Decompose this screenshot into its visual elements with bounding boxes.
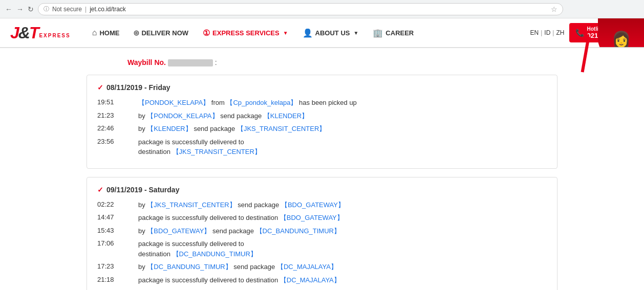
waybill-label: Waybill No. (127, 58, 166, 66)
not-secure-label: Not secure (52, 6, 82, 13)
event-time: 14:47 (97, 213, 138, 221)
back-button[interactable]: ← (5, 5, 12, 13)
arrow-indicator (583, 34, 593, 73)
logo-text: J&T (10, 24, 38, 42)
tracking-row: 23:56package is successfully delivered t… (97, 137, 547, 157)
location-link[interactable]: 【JKS_TRANSIT_CENTER】 (237, 125, 326, 132)
event-time: 17:23 (97, 262, 138, 270)
event-description: by 【KLENDER】 send package 【JKS_TRANSIT_C… (138, 124, 547, 134)
tracking-row: 17:23by 【DC_BANDUNG_TIMUR】 send package … (97, 262, 547, 272)
location-link[interactable]: 【KLENDER】 (147, 125, 191, 132)
address-bar[interactable]: ⓘ Not secure | jet.co.id/track ☆ (38, 3, 563, 15)
event-time: 22:46 (97, 124, 138, 132)
bookmark-icon[interactable]: ☆ (551, 5, 557, 13)
event-time: 15:43 (97, 226, 138, 234)
location-link[interactable]: 【DC_MAJALAYA】 (280, 276, 340, 284)
tracking-row: 02:22by 【JKS_TRANSIT_CENTER】 send packag… (97, 200, 547, 210)
about-chevron: ▼ (353, 30, 358, 36)
nav-deliver[interactable]: ◎ DELIVER NOW (127, 25, 195, 41)
tracking-row: 21:18package is successfully delivered t… (97, 275, 547, 285)
location-link[interactable]: 【JKS_TRANSIT_CENTER】 (147, 201, 235, 209)
main-content: Waybill No. XXXXXXXXXX : ✓ 08/11/2019 - … (66, 48, 578, 290)
chevron-down-icon: ✓ (97, 83, 103, 92)
location-link[interactable]: 【DC_BANDUNG_TIMUR】 (256, 227, 340, 235)
tracking-row: 14:47package is successfully delivered t… (97, 213, 547, 223)
nav-items: ⌂ HOME ◎ DELIVER NOW ① EXPRESS SERVICES … (86, 24, 530, 42)
location-link[interactable]: 【KLENDER】 (264, 112, 308, 120)
tracking-section: ✓ 08/11/2019 - Friday19:51【PONDOK_KELAPA… (87, 75, 557, 169)
security-icon: ⓘ (44, 5, 49, 13)
location-link[interactable]: 【BDO_GATEWAY】 (147, 227, 210, 235)
event-time: 21:23 (97, 111, 138, 119)
logo[interactable]: J&T EXPRESS (10, 24, 71, 42)
url-text: jet.co.id/track (90, 6, 126, 13)
tracking-container: ✓ 08/11/2019 - Friday19:51【PONDOK_KELAPA… (87, 75, 557, 290)
express-text: EXPRESS (39, 33, 70, 38)
location-link[interactable]: 【Cp_pondok_kelapa】 (226, 99, 297, 106)
tracking-row: 19:51【PONDOK_KELAPA】 from 【Cp_pondok_kel… (97, 98, 547, 108)
location-link[interactable]: 【DC_BANDUNG_TIMUR】 (173, 250, 257, 258)
location-link[interactable]: 【BDO_GATEWAY】 (280, 214, 344, 221)
lang-id[interactable]: ID (544, 29, 550, 36)
location-link[interactable]: 【DC_BANDUNG_TIMUR】 (147, 263, 231, 271)
event-description: package is successfully delivered to des… (138, 213, 547, 223)
about-icon: 👤 (303, 28, 313, 38)
lady-icon: 👩 (612, 30, 631, 48)
event-description: package is successfully delivered todest… (138, 137, 547, 157)
event-time: 21:18 (97, 275, 138, 283)
event-description: package is successfully delivered to des… (138, 275, 547, 285)
refresh-button[interactable]: ↻ (28, 5, 34, 13)
nav-about[interactable]: 👤 ABOUT US ▼ (296, 24, 365, 42)
event-time: 02:22 (97, 200, 138, 208)
event-description: by 【PONDOK_KELAPA】 send package 【KLENDER… (138, 111, 547, 121)
event-description: by 【JKS_TRANSIT_CENTER】 send package 【BD… (138, 200, 547, 210)
deliver-icon: ◎ (134, 29, 139, 36)
section-date: ✓ 08/11/2019 - Friday (97, 83, 547, 92)
tracking-row: 15:43by 【BDO_GATEWAY】 send package 【DC_B… (97, 226, 547, 236)
tracking-row: 22:46by 【KLENDER】 send package 【JKS_TRAN… (97, 124, 547, 134)
event-description: package is successfully delivered todest… (138, 239, 547, 259)
section-date: ✓ 09/11/2019 - Saturday (97, 186, 547, 194)
lang-en[interactable]: EN (530, 29, 539, 36)
language-bar: EN | ID | ZH (530, 29, 565, 36)
chevron-down-icon: ✓ (97, 186, 103, 194)
location-link[interactable]: 【JKS_TRANSIT_CENTER】 (173, 148, 261, 155)
nav-home[interactable]: ⌂ HOME (86, 24, 126, 41)
browser-chrome: ← → ↻ ⓘ Not secure | jet.co.id/track ☆ (0, 0, 644, 18)
tracking-row: 21:23by 【PONDOK_KELAPA】 send package 【KL… (97, 111, 547, 121)
tracking-row: 17:06package is successfully delivered t… (97, 239, 547, 259)
nav-career[interactable]: 🏢 CAREER (367, 24, 420, 42)
waybill-number: XXXXXXXXXX (168, 59, 213, 66)
forward-button[interactable]: → (16, 5, 24, 13)
event-time: 23:56 (97, 137, 138, 145)
event-description: 【PONDOK_KELAPA】 from 【Cp_pondok_kelapa】 … (138, 98, 547, 108)
home-icon: ⌂ (92, 28, 97, 37)
lady-banner: 👩 (598, 18, 644, 47)
event-time: 17:06 (97, 239, 138, 247)
event-description: by 【DC_BANDUNG_TIMUR】 send package 【DC_M… (138, 262, 547, 272)
career-icon: 🏢 (373, 28, 383, 38)
waybill-header: Waybill No. XXXXXXXXXX : (87, 58, 557, 66)
location-link[interactable]: 【PONDOK_KELAPA】 (138, 99, 209, 106)
tracking-section: ✓ 09/11/2019 - Saturday02:22by 【JKS_TRAN… (87, 177, 557, 291)
lang-zh[interactable]: ZH (556, 29, 564, 36)
nav-express[interactable]: ① EXPRESS SERVICES ▼ (197, 24, 294, 42)
event-description: by 【BDO_GATEWAY】 send package 【DC_BANDUN… (138, 226, 547, 236)
express-chevron: ▼ (283, 30, 288, 36)
top-nav: J&T EXPRESS ⌂ HOME ◎ DELIVER NOW ① EXPRE… (0, 18, 644, 48)
location-link[interactable]: 【BDO_GATEWAY】 (281, 201, 345, 209)
location-link[interactable]: 【PONDOK_KELAPA】 (147, 112, 218, 120)
express-icon: ① (203, 28, 210, 38)
event-time: 19:51 (97, 98, 138, 106)
location-link[interactable]: 【DC_MAJALAYA】 (277, 263, 337, 271)
